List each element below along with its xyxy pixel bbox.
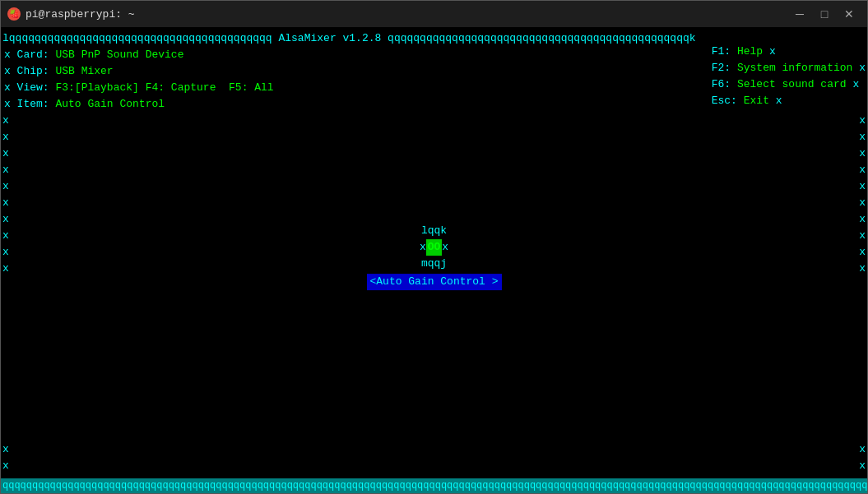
titlebar-left: 🍓 pi@raspberrypi: ~ [7,7,135,21]
empty-line-8: xx [1,162,867,178]
chip-line: x Chip: USB Mixer [2,63,276,80]
statusbar: qqqqqqqqqqqqqqqqqqqqqqqqqqqqqqqqqqqqqqqq… [1,478,867,493]
empty-line-31: xx [1,458,867,474]
card-line: x Card: USB PnP Sound Device [2,47,276,63]
close-button[interactable]: ✕ [838,4,861,24]
mixer-top-border: lqqk [421,223,447,239]
knob-indicator: OO [426,239,443,256]
maximize-button[interactable]: □ [813,4,836,24]
empty-line-9: xx [1,178,867,195]
empty-line-5: xx [1,113,867,129]
empty-line-6: xx [1,129,867,145]
esc-help: Esc: Exit x [712,93,866,109]
titlebar: 🍓 pi@raspberrypi: ~ ─ □ ✕ [1,1,867,27]
mixer-widget: lqqk xOOx mqqj <Auto Gain Control > [366,223,501,290]
f1-help: F1: Help x [712,44,866,60]
item-line: x Item: Auto Gain Control [2,96,276,113]
statusbar-content: qqqqqqqqqqqqqqqqqqqqqqqqqqqqqqqqqqqqqqqq… [1,478,867,493]
f6-help: F6: Select sound card x [712,76,866,93]
mixer-knob-row: xOOx [420,239,448,256]
app-icon: 🍓 [7,7,21,21]
terminal-display[interactable]: lqqqqqqqqqqqqqqqqqqqqqqqqqqqqqqqqqqqqqqq… [1,27,867,478]
application-window: 🍓 pi@raspberrypi: ~ ─ □ ✕ lqqqqqqqqqqqqq… [0,0,868,494]
card-info-section: x Card: USB PnP Sound Device x Chip: USB… [2,47,276,113]
view-line: x View: F3:[Playback] F4: Capture F5: Al… [2,80,276,96]
empty-line-32: xx [1,474,867,478]
empty-line-7: xx [1,145,867,162]
mixer-item-label: <Auto Gain Control > [366,274,501,290]
window-title: pi@raspberrypi: ~ [26,8,135,21]
knob-left-x: x [420,239,426,256]
mixer-bottom-border: mqqj [421,256,447,272]
knob-right-x: x [442,239,448,256]
empty-line-30: xx [1,441,867,458]
empty-line-10: xx [1,195,867,211]
titlebar-controls: ─ □ ✕ [788,4,861,24]
f2-help: F2: System information x [712,60,866,76]
minimize-button[interactable]: ─ [788,4,811,24]
